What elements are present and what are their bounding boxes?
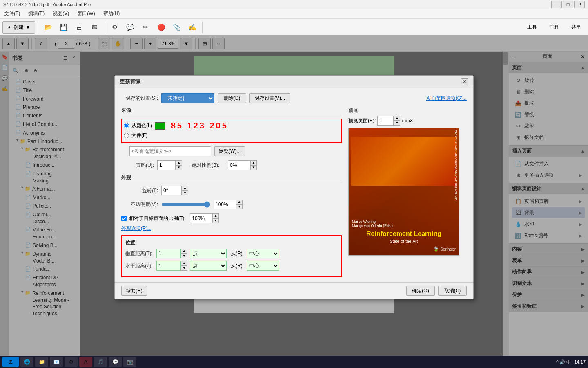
taskbar-app-5[interactable]: 🎵 [94,357,107,367]
comment-label[interactable]: 注释 [545,22,564,33]
menu-edit[interactable]: 编辑(E) [27,9,46,18]
relative-scale-checkbox[interactable] [121,216,127,221]
opacity-down[interactable]: ▼ [236,204,243,209]
email-button[interactable]: ✉ [88,20,102,34]
taskbar-app-1[interactable]: 🌐 [20,357,33,367]
menu-window[interactable]: 窗口(W) [76,9,96,18]
opacity-input[interactable] [214,200,236,209]
abs-scale-spinners: ▲ ▼ [250,160,257,170]
markup-button[interactable]: ✏ [139,20,153,34]
horizontal-center-select[interactable]: 中心 左 右 [247,261,279,271]
settings-button[interactable]: ⚙ [108,20,122,34]
taskbar-app-2[interactable]: 📁 [35,357,48,367]
taskbar-app-3[interactable]: 📧 [50,357,63,367]
rel-scale-up[interactable]: ▲ [212,213,219,218]
rel-scale-input[interactable] [190,213,212,223]
opacity-slider[interactable] [161,202,210,207]
dialog-footer: 帮助(H) 确定(O) 取消(C) [115,282,473,299]
horizontal-down[interactable]: ▼ [181,266,187,271]
saved-settings-select[interactable]: [未指定] [161,93,214,103]
opacity-label: 不透明度(V): [121,201,158,208]
stamp-button[interactable]: 🔴 [154,20,168,34]
abs-scale-up[interactable]: ▲ [250,160,257,165]
rotation-spinners: ▲ ▼ [182,186,188,195]
opacity-up[interactable]: ▲ [236,200,243,204]
create-button[interactable]: ✦ 创建 ▼ [2,21,35,34]
page-num-up[interactable]: ▲ [176,160,182,165]
vertical-unit-select[interactable]: 点 英寸 厘米 [190,249,227,258]
appearance-options-link[interactable]: 外观选项(P)... [121,225,151,231]
window-title: 978-3-642-27645-3.pdf - Adobe Acrobat Pr… [3,2,551,7]
rotation-up[interactable]: ▲ [182,186,188,191]
maximize-button[interactable]: □ [563,1,573,8]
taskbar-icons: ^ 🔊 中 [556,359,571,365]
taskbar-app-6[interactable]: 💬 [109,357,122,367]
taskbar-time: 14:17 [574,359,586,364]
page-scale-row: 页码(U): ▲ ▼ 绝对比例(B): ▲ [121,160,342,170]
horizontal-spinners: ▲ ▼ [181,261,187,271]
help-button[interactable]: 帮助(H) [121,286,147,296]
page-range-link[interactable]: 页面范围选项(G)... [426,95,467,102]
preview-page-up[interactable]: ▲ [394,116,400,121]
minimize-button[interactable]: — [551,1,562,8]
vertical-down[interactable]: ▼ [181,254,187,258]
file-radio[interactable] [124,133,129,138]
dialog-left: 来源 从颜色(L) 85 123 205 文件(F) [121,107,342,277]
share-label[interactable]: 共享 [567,22,586,33]
appearance-section-title: 外观 [121,174,342,183]
book-subtitle: State-of-the-Art [352,239,456,244]
vertical-up[interactable]: ▲ [181,249,187,254]
preview-box: ADAPTATION, LEARNING AND OPTIMIZATION Ma… [348,128,459,256]
vertical-spin: ▲ ▼ [156,249,187,258]
comment-button[interactable]: 💬 [123,20,137,34]
rotation-down[interactable]: ▼ [182,191,188,195]
browse-btn[interactable]: 浏览(W)... [214,146,245,156]
preview-page-down[interactable]: ▼ [394,121,400,126]
rel-scale-down[interactable]: ▼ [212,218,219,223]
delete-btn[interactable]: 删除(D) [218,93,246,103]
page-num-input[interactable] [157,160,176,170]
sign-button[interactable]: ✍ [185,20,199,34]
save-button[interactable]: 💾 [57,20,71,34]
horizontal-up[interactable]: ▲ [181,261,187,266]
attach-button[interactable]: 📎 [170,20,184,34]
vertical-from-label: 从(R) [231,250,243,257]
taskbar-app-7[interactable]: 📷 [123,357,136,367]
menu-help[interactable]: 帮助(H) [102,9,122,18]
color-swatch[interactable] [155,122,165,130]
ok-button[interactable]: 确定(O) [406,286,435,296]
rotation-input[interactable] [161,186,182,195]
preview-page-spin: ▲ ▼ [377,116,400,126]
file-radio-label: 文件(F) [131,132,147,139]
page-num-down[interactable]: ▼ [176,165,182,170]
dialog-close-button[interactable]: ✕ [461,78,468,85]
close-button[interactable]: ✕ [574,1,585,8]
taskbar-app-4[interactable]: ⚙ [65,357,78,367]
vertical-input[interactable] [156,249,181,258]
toolbar-separator-3 [202,22,203,33]
taskbar-start-button[interactable]: ⊞ [2,357,19,367]
horizontal-unit-select[interactable]: 点 英寸 厘米 [190,261,227,271]
file-path-input[interactable] [129,146,211,156]
preview-page-input[interactable] [377,116,394,126]
open-button[interactable]: 📂 [41,20,55,34]
book-publisher-text: 🍃 Springer [352,246,456,252]
print-button[interactable]: 🖨 [72,20,86,34]
dialog-right: 预览 预览页面(E): ▲ ▼ / 653 [348,107,467,277]
vertical-center-select[interactable]: 中心 上 下 [247,249,279,258]
from-color-radio[interactable] [124,123,129,128]
menu-view[interactable]: 视图(V) [51,9,71,18]
horizontal-input[interactable] [156,261,181,271]
abs-scale-input[interactable] [228,160,250,170]
from-color-label: 从颜色(L) [131,122,152,129]
menu-file[interactable]: 文件(F) [2,9,22,18]
abs-scale-down[interactable]: ▼ [250,165,257,170]
vertical-spinners: ▲ ▼ [181,249,187,258]
source-red-box: 从颜色(L) 85 123 205 文件(F) [121,119,342,143]
horizontal-from-label: 从(R) [231,263,243,269]
save-settings-btn[interactable]: 保存设置(V)... [249,93,290,103]
taskbar-app-acrobat[interactable]: A [79,357,92,367]
tools-label[interactable]: 工具 [523,22,541,33]
cancel-button[interactable]: 取消(C) [438,286,467,296]
rotation-row: 旋转(I): ▲ ▼ [121,186,342,195]
